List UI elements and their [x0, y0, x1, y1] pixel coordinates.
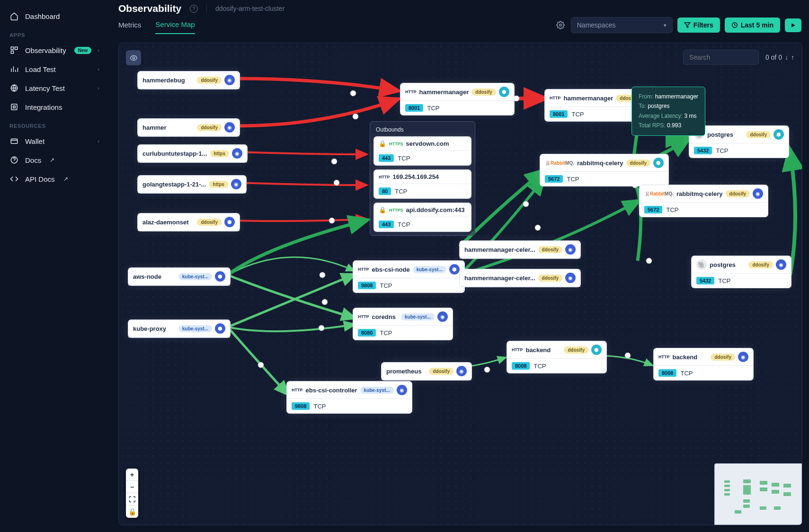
rabbitmq-icon: 🐰RabbitMQ. [545, 160, 574, 166]
node-backend-2[interactable]: HTTPbackendddosify◉ 8008TCP [654, 348, 753, 380]
namespace-tag: ddosify [429, 368, 453, 375]
arrow-up-icon[interactable]: ↑ [791, 53, 794, 61]
tab-metrics[interactable]: Metrics [118, 21, 141, 34]
sidebar-item-docs[interactable]: Docs ↗ [0, 151, 109, 169]
port-badge: 443 [379, 221, 394, 228]
node-title: alaz-daemonset [142, 219, 194, 226]
node-title: kube-proxy [133, 325, 176, 332]
svg-rect-6 [11, 139, 18, 144]
node-title: ebs-csi-node [372, 266, 410, 273]
zoom-in-button[interactable]: + [126, 469, 138, 481]
sidebar-label: Latency Test [25, 84, 65, 92]
node-awsnode[interactable]: aws-nodekube-syst...⬢ [128, 268, 230, 285]
service-icon: ⬢ [499, 87, 509, 97]
sidebar-label: Integrations [25, 103, 62, 111]
code-icon [9, 174, 19, 184]
host-name: servdown.com [406, 140, 466, 147]
port-badge: 9808 [292, 402, 310, 410]
lock-button[interactable]: 🔒 [126, 505, 138, 518]
http-badge: HTTP [550, 96, 561, 100]
minimap[interactable] [714, 463, 802, 525]
cluster-name: ddosify-arm-test-cluster [206, 5, 284, 12]
outbounds-group[interactable]: Outbounds 🔒HTTPSservdown.com 443TCP HTTP… [370, 121, 475, 236]
pod-icon: ◉ [565, 244, 576, 255]
svg-point-8 [559, 24, 561, 27]
node-rabbitmq-1[interactable]: 🐰RabbitMQ.rabbitmq-celeryddosify⬢ 5672TC… [540, 154, 668, 186]
http-badge: HTTP [512, 347, 523, 352]
namespace-tag: https [210, 150, 229, 157]
namespace-tag: ddosify [197, 77, 222, 84]
namespace-tag: ddosify [564, 346, 588, 354]
filters-button[interactable]: Filters [677, 18, 720, 33]
service-icon: ⬢ [653, 158, 664, 168]
help-icon[interactable]: ? [190, 5, 198, 13]
protocol-label: TCP [380, 282, 392, 289]
node-title: hammer [142, 124, 194, 131]
sidebar-item-apidocs[interactable]: API Docs ↗ [0, 169, 109, 188]
sidebar-item-latency[interactable]: Latency Test › [0, 79, 109, 98]
sidebar: Dashboard APPS Observability New › Load … [0, 0, 109, 532]
sidebar-label: Observability [25, 46, 66, 54]
external-icon: ↗ [50, 157, 54, 163]
node-title: postgres [707, 131, 743, 138]
namespace-tag: kube-syst... [413, 266, 446, 273]
arrow-down-icon[interactable]: ↓ [785, 53, 788, 61]
node-prometheus[interactable]: prometheusddosify◉ [382, 363, 471, 380]
sidebar-item-observability[interactable]: Observability New › [0, 41, 109, 60]
sidebar-item-dashboard[interactable]: Dashboard [0, 7, 109, 26]
node-rabbitmq-2[interactable]: 🐰RabbitMQ.rabbitmq-celeryddosify◉ 5672TC… [640, 185, 768, 217]
namespace-tag: ddosify [748, 261, 773, 268]
node-title: hammermanager-celer... [464, 246, 535, 253]
node-hmcel-2[interactable]: hammermanager-celer...ddosify◉ [460, 269, 580, 287]
port-badge: 8001 [405, 104, 423, 112]
node-golang[interactable]: golangtestapp-1-21-...https◉ [138, 176, 246, 193]
node-ebsctrl[interactable]: HTTPebs-csi-controllerkube-syst...◉ 9808… [287, 381, 412, 413]
pod-icon: ◉ [397, 385, 407, 395]
outbound-metadata[interactable]: HTTP169.254.169.254 80TCP [374, 170, 471, 198]
sidebar-item-integrations[interactable]: Integrations [0, 98, 109, 116]
daemonset-icon: ⬢ [224, 217, 235, 227]
svg-rect-4 [11, 104, 17, 110]
service-map-canvas[interactable]: 0 of 0 ↓ ↑ [118, 43, 802, 525]
outbound-servdown[interactable]: 🔒HTTPSservdown.com 443TCP [374, 137, 471, 165]
visibility-toggle[interactable] [126, 50, 141, 65]
play-button[interactable] [785, 18, 801, 32]
counter-text: 0 of 0 [765, 53, 782, 61]
http-badge: HTTP [658, 355, 670, 359]
outbound-api[interactable]: 🔒HTTPSapi.ddosify.com:443 443TCP [374, 203, 471, 231]
node-title: backend [526, 346, 561, 354]
tab-servicemap[interactable]: Service Map [155, 20, 195, 34]
zoom-out-button[interactable]: − [126, 481, 138, 493]
fit-view-button[interactable]: ⛶ [126, 493, 138, 505]
node-curlubuntu[interactable]: curlubuntutestapp-1...https◉ [138, 145, 247, 162]
pod-icon: ◉ [456, 366, 467, 376]
node-coredns[interactable]: HTTPcorednskube-syst...◉ 8080TCP [353, 308, 453, 340]
node-backend-1[interactable]: HTTPbackendddosify⬢ 8008TCP [507, 341, 606, 373]
node-hammerdebug[interactable]: hammerdebugddosify◉ [138, 71, 240, 89]
protocol-label: TCP [666, 206, 678, 213]
node-postgres-2[interactable]: 🐘postgresddosify◉ 5432TCP [692, 256, 791, 288]
node-hammermanager-1[interactable]: HTTPhammermanagerddosify⬢ 8001TCP [400, 83, 514, 115]
namespaces-dropdown[interactable]: Namespaces ▾ [571, 17, 673, 33]
sidebar-item-wallet[interactable]: Wallet › [0, 132, 109, 151]
search-input[interactable] [683, 50, 759, 65]
settings-icon[interactable] [555, 19, 566, 31]
namespace-tag: kube-syst... [178, 273, 212, 280]
protocol-label: TCP [718, 277, 730, 284]
node-alaz[interactable]: alaz-daemonsetddosify⬢ [138, 213, 240, 231]
node-kubeproxy[interactable]: kube-proxykube-syst...⬢ [128, 320, 230, 337]
timerange-button[interactable]: Last 5 min [725, 18, 780, 33]
node-ebscsi[interactable]: HTTPebs-csi-nodekube-syst...⬢ 9808TCP [353, 261, 464, 293]
rabbitmq-icon: 🐰RabbitMQ. [644, 191, 674, 196]
sidebar-item-loadtest[interactable]: Load Test › [0, 60, 109, 79]
node-hammer[interactable]: hammerddosify◉ [138, 119, 240, 136]
protocol-label: TCP [380, 329, 392, 337]
svg-rect-1 [15, 47, 18, 49]
toolbar: Namespaces ▾ Filters Last 5 min [555, 17, 801, 33]
canvas-search-bar: 0 of 0 ↓ ↑ [683, 50, 794, 65]
edge-tooltip: From: hammermanager To: postgres Average… [631, 87, 705, 136]
sidebar-label: API Docs [25, 175, 55, 183]
http-badge: HTTP [379, 175, 390, 179]
sidebar-label: Load Test [25, 65, 56, 73]
node-hmcel-1[interactable]: hammermanager-celer...ddosify◉ [460, 241, 580, 258]
